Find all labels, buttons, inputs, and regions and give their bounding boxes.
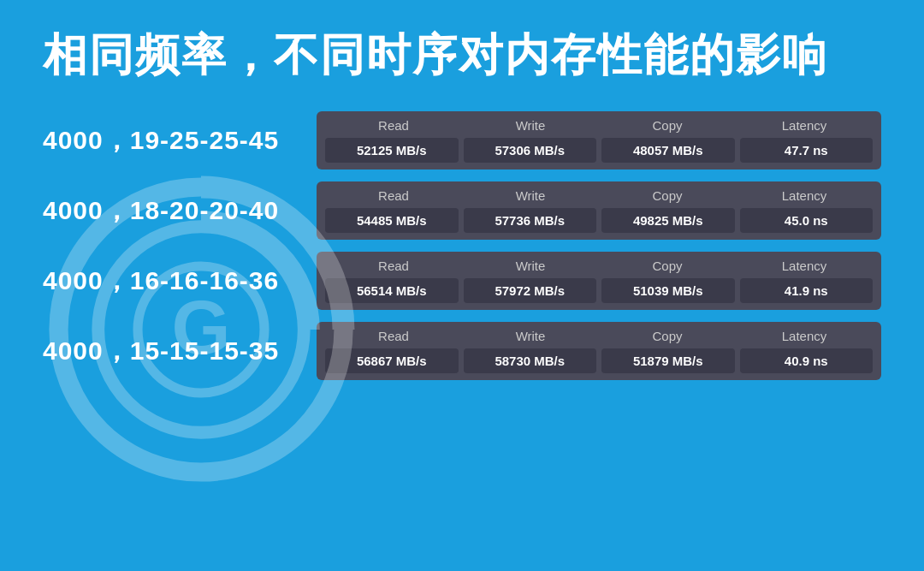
value-read-1: 52125 MB/s (325, 138, 459, 163)
header-read-1: Read (325, 118, 462, 133)
header-latency-4: Latency (736, 329, 873, 343)
card-headers-4: Read Write Copy Latency (325, 329, 873, 343)
header-write-3: Write (462, 259, 599, 273)
header-copy-1: Copy (599, 118, 736, 133)
value-latency-3: 41.9 ns (740, 278, 874, 303)
header-latency-3: Latency (736, 259, 873, 273)
value-write-1: 57306 MB/s (464, 138, 597, 163)
row-label-1: 4000，19-25-25-45 (43, 123, 291, 158)
header-write-1: Write (462, 118, 599, 133)
value-latency-1: 47.7 ns (740, 138, 874, 163)
value-write-3: 57972 MB/s (464, 278, 597, 303)
card-headers-3: Read Write Copy Latency (325, 259, 873, 273)
benchmark-card-4: Read Write Copy Latency 56867 MB/s 58730… (317, 322, 881, 380)
header-copy-3: Copy (599, 259, 736, 273)
card-headers-2: Read Write Copy Latency (325, 188, 873, 203)
value-write-4: 58730 MB/s (464, 348, 597, 373)
benchmark-card-3: Read Write Copy Latency 56514 MB/s 57972… (317, 252, 881, 310)
header-copy-2: Copy (599, 188, 736, 203)
header-write-2: Write (462, 188, 599, 203)
card-values-4: 56867 MB/s 58730 MB/s 51879 MB/s 40.9 ns (325, 348, 873, 373)
header-latency-2: Latency (736, 188, 873, 203)
header-latency-1: Latency (736, 118, 873, 133)
title: 相同频率，不同时序对内存性能的影响 (0, 0, 924, 103)
value-copy-3: 51039 MB/s (601, 278, 735, 303)
card-values-3: 56514 MB/s 57972 MB/s 51039 MB/s 41.9 ns (325, 278, 873, 303)
header-write-4: Write (462, 329, 599, 343)
header-copy-4: Copy (599, 329, 736, 343)
benchmark-row-1: 4000，19-25-25-45 Read Write Copy Latency… (43, 111, 881, 170)
value-copy-4: 51879 MB/s (601, 348, 735, 373)
card-headers-1: Read Write Copy Latency (325, 118, 873, 133)
card-values-2: 54485 MB/s 57736 MB/s 49825 MB/s 45.0 ns (325, 208, 873, 233)
value-write-2: 57736 MB/s (464, 208, 597, 233)
value-copy-2: 49825 MB/s (601, 208, 735, 233)
value-latency-2: 45.0 ns (740, 208, 874, 233)
svg-text:G: G (171, 285, 230, 370)
benchmark-card-1: Read Write Copy Latency 52125 MB/s 57306… (317, 111, 881, 170)
benchmark-card-2: Read Write Copy Latency 54485 MB/s 57736… (317, 181, 881, 240)
watermark: G (43, 171, 359, 488)
card-values-1: 52125 MB/s 57306 MB/s 48057 MB/s 47.7 ns (325, 138, 873, 163)
value-latency-4: 40.9 ns (740, 348, 874, 373)
value-copy-1: 48057 MB/s (601, 138, 735, 163)
